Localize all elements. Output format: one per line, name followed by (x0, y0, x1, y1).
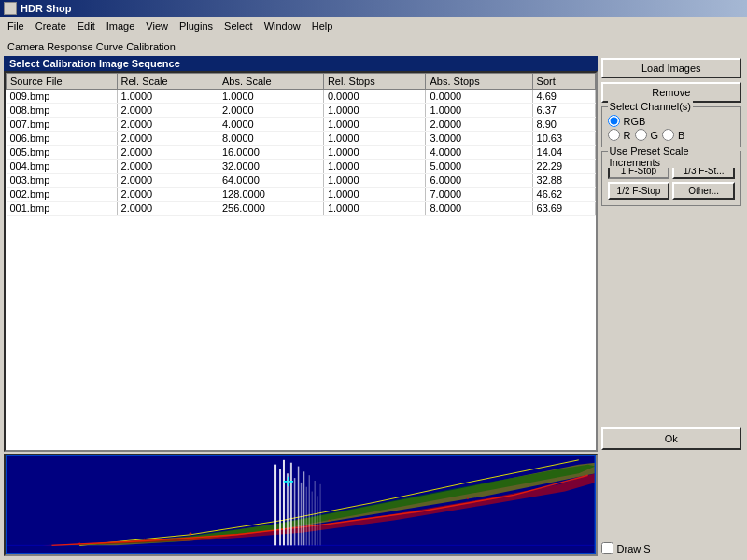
draw-s-checkbox[interactable] (601, 542, 613, 554)
svg-rect-14 (306, 487, 307, 546)
menu-plugins[interactable]: Plugins (174, 19, 218, 34)
svg-rect-5 (274, 465, 276, 546)
load-images-button[interactable]: Load Images (601, 58, 741, 78)
radio-g-label: G (651, 130, 659, 141)
ok-button[interactable]: Ok (601, 427, 741, 450)
col-abs-scale: Abs. Scale (218, 74, 323, 90)
title-bar-text: HDR Shop (21, 3, 71, 14)
menu-view[interactable]: View (140, 19, 174, 34)
main-content: Camera Response Curve Calibration Select… (0, 35, 747, 560)
chart-right-panel: Draw S (599, 454, 743, 556)
svg-rect-6 (279, 469, 281, 545)
radio-b[interactable] (662, 129, 674, 141)
menu-bar: File Create Edit Image View Plugins Sele… (0, 17, 747, 35)
radio-r-label: R (624, 130, 631, 141)
col-sort: Sort (532, 74, 595, 90)
spacer (601, 210, 741, 424)
calibration-title: Select Calibration Image Sequence (4, 56, 598, 71)
crcc-label: Camera Response Curve Calibration (4, 39, 743, 54)
svg-rect-7 (283, 460, 285, 546)
svg-point-21 (144, 539, 146, 540)
menu-window[interactable]: Window (259, 19, 306, 34)
svg-point-20 (78, 542, 80, 544)
radio-r-row: R G B (608, 129, 735, 141)
crosshair-icon: ✛ (283, 474, 294, 489)
svg-rect-15 (309, 475, 310, 545)
channel-radio-group: RGB R G B (608, 115, 735, 141)
radio-b-label: B (678, 130, 684, 141)
svg-point-23 (328, 519, 330, 521)
title-bar: HDR Shop (0, 0, 747, 17)
svg-rect-19 (320, 484, 321, 546)
menu-file[interactable]: File (2, 19, 30, 34)
menu-create[interactable]: Create (30, 19, 72, 34)
table-row[interactable]: 001.bmp2.0000256.00001.00008.000063.69 (7, 202, 596, 216)
svg-point-22 (190, 532, 192, 535)
svg-rect-17 (315, 481, 316, 545)
svg-point-24 (467, 497, 469, 499)
radio-rgb-label: RGB (624, 116, 646, 127)
chart-area: ✛ (4, 454, 743, 556)
remove-button[interactable]: Remove (601, 82, 741, 103)
chart-canvas: ✛ (4, 454, 598, 556)
calibration-table: Source File Rel. Scale Abs. Scale Rel. S… (6, 73, 596, 216)
select-channels-label: Select Channel(s) (608, 101, 693, 112)
table-row[interactable]: 009.bmp1.00001.00000.00000.00004.69 (7, 90, 596, 104)
menu-help[interactable]: Help (306, 19, 339, 34)
table-row[interactable]: 007.bmp2.00004.00001.00002.00008.90 (7, 118, 596, 132)
svg-rect-16 (312, 492, 313, 546)
radio-r[interactable] (608, 129, 620, 141)
select-channels-group: Select Channel(s) RGB R G B (601, 106, 741, 147)
table-row[interactable]: 004.bmp2.000032.00001.00005.000022.29 (7, 160, 596, 174)
svg-rect-18 (317, 496, 318, 545)
menu-select[interactable]: Select (218, 19, 259, 34)
svg-rect-12 (301, 483, 302, 545)
menu-edit[interactable]: Edit (72, 19, 101, 34)
chart-svg (6, 455, 596, 554)
preset-other-button[interactable]: Other... (672, 182, 735, 200)
preset-12fstop-button[interactable]: 1/2 F-Stop (608, 182, 670, 200)
table-container: Source File Rel. Scale Abs. Scale Rel. S… (4, 71, 598, 452)
col-abs-stops: Abs. Stops (426, 74, 532, 90)
radio-g[interactable] (635, 129, 647, 141)
table-row[interactable]: 008.bmp2.00002.00001.00001.00006.37 (7, 104, 596, 118)
svg-rect-13 (303, 471, 304, 545)
svg-rect-11 (298, 467, 299, 546)
draw-s-row: Draw S (601, 542, 651, 554)
table-row[interactable]: 005.bmp2.000016.00001.00004.000014.04 (7, 146, 596, 160)
table-row[interactable]: 002.bmp2.0000128.00001.00007.000046.62 (7, 188, 596, 202)
app-icon (4, 2, 17, 15)
right-panel: Load Images Remove Select Channel(s) RGB… (599, 56, 743, 452)
main-panel: Select Calibration Image Sequence Source… (4, 56, 743, 452)
menu-image[interactable]: Image (101, 19, 141, 34)
col-rel-stops: Rel. Stops (323, 74, 426, 90)
left-panel: Select Calibration Image Sequence Source… (4, 56, 598, 452)
radio-rgb-row: RGB (608, 115, 735, 127)
preset-group-label: Use Preset Scale Increments (608, 146, 740, 168)
table-row[interactable]: 003.bmp2.000064.00001.00006.000032.88 (7, 174, 596, 188)
table-row[interactable]: 006.bmp2.00008.00001.00003.000010.63 (7, 132, 596, 146)
col-source: Source File (7, 74, 118, 90)
draw-s-label: Draw S (617, 543, 651, 554)
col-rel-scale: Rel. Scale (117, 74, 218, 90)
preset-group: Use Preset Scale Increments 1 F-Stop 1/3… (601, 151, 741, 206)
radio-rgb[interactable] (608, 115, 620, 127)
